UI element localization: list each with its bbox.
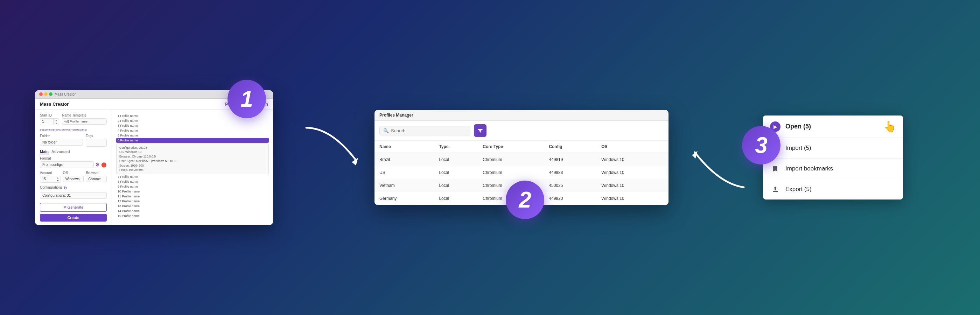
start-id-val: 1 [40,119,53,125]
search-input[interactable] [391,128,466,134]
profile-list-item[interactable]: 11 Profile name [116,194,269,199]
amount-val: 15 [40,176,55,182]
profile-list-item[interactable]: 2 Profile name [116,118,269,123]
amount-label: Amount [40,171,61,175]
table-cell: Windows 10 [597,179,668,192]
profile-list-item[interactable]: 6 Profile name [116,138,269,143]
profile-list-item[interactable]: 12 Profile name [116,199,269,204]
amount-group: Amount 15 ▲ ▼ [40,171,61,183]
step-3-label: 3 [755,132,768,158]
start-id-label: Start ID [40,113,59,117]
main-scene: 1 Mass Creator Mass Creator Profiles Inf… [35,18,945,298]
cursor-hand-icon: 👆 [883,120,896,133]
folder-tags-row: Folder No folder Tags [40,134,107,146]
amount-os-browser-row: Amount 15 ▲ ▼ OS [40,171,107,183]
table-cell: Windows 10 [597,153,668,166]
search-icon: 🔍 [383,128,389,134]
table-cell: 449820 [544,192,597,205]
configurations-select[interactable]: Configurations: 31 [40,192,107,199]
table-cell: 450025 [544,179,597,192]
panel-1-wrapper: 1 Mass Creator Mass Creator Profiles Inf… [35,90,287,225]
profile-list-item[interactable]: 9 Profile name [116,184,269,189]
profile-list-item[interactable]: 13 Profile name [116,204,269,208]
menu-item-import[interactable]: Import (5) [763,138,903,159]
table-cell: Local [434,179,478,192]
start-id-arrows[interactable]: ▲ ▼ [53,119,59,125]
arrow-svg-1 [299,121,362,166]
mc-left-panel: Start ID 1 ▲ ▼ Name Template { [35,110,112,225]
folder-select[interactable]: No folder [40,139,83,146]
profiles-search[interactable]: 🔍 [379,126,470,135]
tags-input[interactable] [86,139,107,146]
folder-label: Folder [40,134,83,138]
configurations-row: Configurations ↻ [40,186,107,191]
tags-label: Tags [86,134,107,138]
profiles-toolbar: 🔍 [374,121,668,141]
mc-body: Start ID 1 ▲ ▼ Name Template { [35,110,273,225]
export-label: Export (5) [785,186,811,193]
export-icon [770,184,781,195]
tab-main[interactable]: Main [40,150,49,154]
profile-list-item[interactable]: 5 Profile name [116,133,269,138]
table-cell: Windows 10 [597,166,668,179]
table-row[interactable]: BrazilLocalChromium449819Windows 10 [374,153,668,166]
filter-button[interactable] [474,124,487,137]
panel-3-wrapper: 3 ▶Open (5)👆Import (5)Import bookmarksEx… [763,116,945,199]
table-cell: Local [434,153,478,166]
tab-advanced[interactable]: Advanced [51,150,70,154]
menu-item-open[interactable]: ▶Open (5)👆 [763,116,903,138]
menu-item-import-bookmarks[interactable]: Import bookmarks [763,159,903,179]
amount-input[interactable]: 15 ▲ ▼ [40,176,61,183]
name-template-path: {id}\config\proxy\(browser)\(data)/[ms] [40,128,107,131]
os-select[interactable]: Windows 10 [63,176,84,182]
filter-icon [477,128,483,134]
context-menu-list: ▶Open (5)👆Import (5)Import bookmarksExpo… [763,116,903,199]
titlebar-dots [39,92,52,96]
profile-list-item[interactable]: 10 Profile name [116,189,269,194]
menu-item-export[interactable]: Export (5) [763,179,903,199]
browser-group: Browser Chrome [86,171,107,183]
step-2-bubble: 2 [506,181,544,219]
table-cell: Windows 10 [597,192,668,205]
format-settings-icon[interactable]: ⚙ [95,162,100,167]
table-cell: Chromium [478,166,544,179]
start-id-input[interactable]: 1 ▲ ▼ [40,118,59,125]
name-template-input[interactable]: {id} Profile name [62,118,107,125]
create-button[interactable]: Create [40,214,107,221]
step-1-label: 1 [240,86,253,112]
profile-list-item[interactable]: 7 Profile name [116,174,269,179]
titlebar-text: Mass Creator [55,92,76,96]
import-label: Import (5) [785,145,811,151]
profile-list-item[interactable]: 4 Profile name [116,128,269,133]
start-id-name-row: Start ID 1 ▲ ▼ Name Template { [40,113,107,125]
arrow-up[interactable]: ▲ [54,119,59,122]
table-col-header: Type [434,141,478,153]
context-menu: ▶Open (5)👆Import (5)Import bookmarksExpo… [763,116,903,199]
folder-group: Folder No folder [40,134,83,146]
profile-list-item[interactable]: 3 Profile name [116,123,269,128]
browser-select[interactable]: Chrome [86,176,107,182]
generate-button[interactable]: ✕ Generate [40,203,107,212]
profiles-titlebar: Profiles Manager [374,110,668,121]
table-header-row: NameTypeCore TypeConfigOS [374,141,668,153]
start-id-group: Start ID 1 ▲ ▼ [40,113,59,125]
name-template-group: Name Template {id} Profile name [62,113,107,125]
format-row: Format From configs ⚙ ⬤ [40,156,107,168]
open-label: Open (5) [785,123,811,130]
profile-list-item[interactable]: 8 Profile name [116,179,269,184]
arrow-down[interactable]: ▼ [54,122,59,125]
refresh-icon[interactable]: ↻ [64,186,68,191]
mc-tabs: Main Advanced [40,150,107,154]
format-input-row: From configs ⚙ ⬤ [40,161,107,168]
profiles-title: Profiles Manager [379,113,414,118]
table-cell: US [374,166,434,179]
format-delete-icon[interactable]: ⬤ [101,162,107,167]
panel-2-wrapper: 2 Profiles Manager 🔍 NameTypeCore [374,110,676,205]
table-row[interactable]: USLocalChromium449983Windows 10 [374,166,668,179]
profile-list-item[interactable]: 15 Profile name [116,213,269,218]
mc-main-title: Mass Creator [40,102,68,107]
table-cell: 449983 [544,166,597,179]
profile-list-item[interactable]: 14 Profile name [116,208,269,213]
format-select[interactable]: From configs [40,161,94,168]
configurations-label: Configurations [40,186,62,189]
